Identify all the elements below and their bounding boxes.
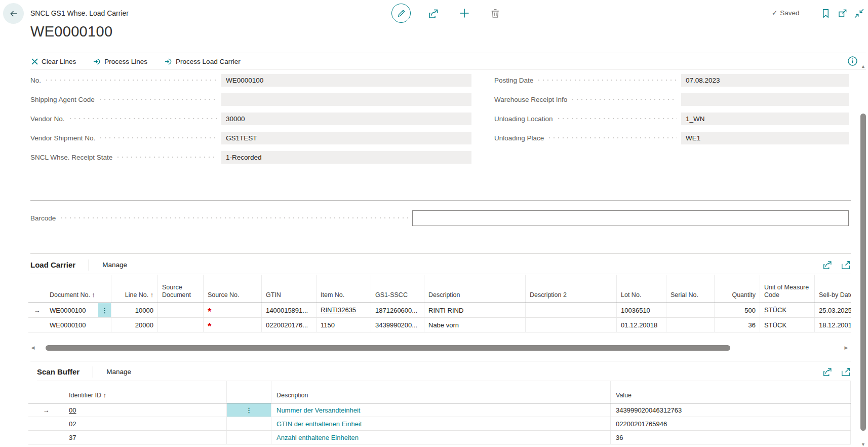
cell-source-document[interactable] — [158, 318, 204, 332]
horizontal-scroll-thumb[interactable] — [46, 345, 730, 351]
open-in-new-window-button[interactable] — [837, 8, 847, 18]
scroll-down-arrow[interactable]: ▼ — [859, 442, 867, 447]
cell-quantity[interactable]: 500 — [715, 303, 760, 317]
vertical-scrollbar[interactable]: ▲ ▼ — [859, 64, 867, 447]
column-header-serial-no[interactable]: Serial No. — [666, 275, 715, 303]
cell-item-no[interactable]: RINTI32635 — [317, 303, 371, 317]
scan-buffer-manage-menu[interactable]: Manage — [106, 368, 131, 376]
column-header-description[interactable]: Description — [424, 275, 526, 303]
cell-sell-by-date[interactable]: 18.12.2001 — [815, 318, 851, 332]
scroll-right-arrow[interactable]: ▶ — [843, 344, 850, 352]
cell-uom[interactable]: STÜCK — [760, 318, 815, 332]
cell-document-no[interactable]: WE0000100 — [46, 303, 98, 317]
column-header-lot-no[interactable]: Lot No. — [617, 275, 666, 303]
cell-identifier-id[interactable]: 02 — [64, 417, 227, 430]
bookmark-button[interactable] — [820, 8, 831, 18]
process-lines-button[interactable]: Process Lines — [93, 58, 147, 65]
cell-line-no[interactable]: 20000 — [111, 318, 158, 332]
column-header-source-no[interactable]: Source No. — [204, 275, 262, 303]
cell-gs1-sscc[interactable]: 1871260600... — [371, 303, 424, 317]
delete-button[interactable] — [490, 8, 501, 19]
row-options-dots[interactable] — [98, 318, 111, 332]
back-button[interactable] — [3, 3, 24, 24]
horizontal-scroll-track[interactable] — [36, 345, 843, 351]
item-no-drilldown[interactable]: RINTI32635 — [321, 306, 356, 314]
required-asterisk-icon[interactable]: * — [208, 321, 211, 329]
cell-serial-no[interactable] — [666, 303, 715, 317]
cell-value[interactable]: 02200201765946 — [611, 417, 851, 430]
cell-description[interactable]: RINTI RIND — [424, 303, 526, 317]
new-button[interactable] — [459, 8, 470, 19]
column-header-item-no[interactable]: Item No. — [317, 275, 371, 303]
cell-lot-no[interactable]: 01.12.20018 — [617, 318, 666, 332]
cell-uom[interactable]: STÜCK — [760, 303, 815, 317]
column-header-description[interactable]: Description — [271, 381, 611, 403]
field-shipping-agent-code-input[interactable] — [221, 93, 471, 106]
cell-description-2[interactable] — [526, 303, 617, 317]
field-vendor-no-input[interactable]: 30000 — [221, 113, 471, 125]
cell-description-2[interactable] — [526, 318, 617, 332]
cell-description[interactable]: GTIN der enthaltenen Einheit — [271, 417, 611, 430]
process-load-carrier-button[interactable]: Process Load Carrier — [165, 58, 241, 65]
column-header-source-document[interactable]: Source Document — [158, 275, 204, 303]
cell-line-no[interactable]: 10000 — [111, 303, 158, 317]
column-header-description-2[interactable]: Description 2 — [526, 275, 617, 303]
load-carrier-share-button[interactable] — [822, 260, 833, 270]
field-posting-date-input[interactable]: 07.08.2023 — [681, 74, 849, 87]
scroll-up-arrow[interactable]: ▲ — [859, 64, 867, 69]
column-header-gtin[interactable]: GTIN — [262, 275, 317, 303]
column-header-value[interactable]: Value — [611, 381, 851, 403]
clear-lines-button[interactable]: Clear Lines — [31, 58, 76, 65]
vertical-scroll-thumb[interactable] — [860, 114, 866, 431]
scroll-left-arrow[interactable]: ◀ — [29, 344, 36, 352]
cell-gtin[interactable]: 1400015891... — [262, 303, 317, 317]
field-vendor-shipment-no-input[interactable]: GS1TEST — [221, 132, 471, 144]
cell-value[interactable]: 36 — [611, 431, 851, 444]
column-header-sell-by-date[interactable]: Sell-by Date — [815, 275, 851, 303]
cell-identifier-id[interactable]: 00 — [64, 403, 227, 417]
required-asterisk-icon[interactable]: * — [208, 306, 211, 314]
cell-gs1-sscc[interactable]: 3439990200... — [371, 318, 424, 332]
column-header-document-no[interactable]: Document No. ↑ — [46, 275, 98, 303]
barcode-input[interactable] — [412, 210, 849, 226]
field-receipt-state-input[interactable]: 1-Recorded — [221, 151, 471, 164]
collapse-button[interactable] — [854, 8, 864, 18]
identifier-drilldown[interactable]: 00 — [69, 406, 76, 414]
cell-lot-no[interactable]: 10036510 — [617, 303, 666, 317]
cell-serial-no[interactable] — [666, 318, 715, 332]
info-button[interactable] — [847, 55, 858, 66]
scan-buffer-share-button[interactable] — [822, 367, 833, 377]
share-button[interactable] — [428, 8, 439, 19]
cell-quantity[interactable]: 36 — [715, 318, 760, 332]
cell-document-no[interactable]: WE0000100 — [46, 318, 98, 332]
column-header-identifier-id[interactable]: Identifier ID ↑ — [64, 381, 227, 403]
cell-gtin[interactable]: 0220020176... — [262, 318, 317, 332]
cell-item-no[interactable]: 1150 — [317, 318, 371, 332]
field-unloading-place-input[interactable]: WE1 — [681, 132, 849, 144]
load-carrier-title[interactable]: Load Carrier — [30, 260, 75, 269]
field-no-input[interactable]: WE0000100 — [221, 74, 471, 87]
field-warehouse-receipt-info-input[interactable] — [681, 93, 849, 106]
scan-buffer-expand-button[interactable] — [841, 367, 851, 377]
cell-sell-by-date[interactable]: 25.03.2025 — [815, 303, 851, 317]
cell-value[interactable]: 343999020046312763 — [611, 403, 851, 417]
row-options-dots[interactable] — [227, 417, 271, 430]
row-options-dots[interactable]: ⋮ — [98, 303, 111, 317]
row-options-dots[interactable]: ⋮ — [227, 403, 271, 417]
column-header-line-no[interactable]: Line No. ↑ — [111, 275, 158, 303]
cell-description[interactable]: Nabe vorn — [424, 318, 526, 332]
column-header-quantity[interactable]: Quantity — [715, 275, 760, 303]
cell-source-document[interactable] — [158, 303, 204, 317]
field-unloading-location-input[interactable]: 1_WN — [681, 113, 849, 125]
cell-description[interactable]: Nummer der Versandteinheit — [271, 403, 611, 417]
edit-button[interactable] — [391, 4, 411, 23]
scan-buffer-title[interactable]: Scan Buffer — [37, 367, 80, 376]
uom-drilldown[interactable]: STÜCK — [764, 306, 786, 314]
cell-description[interactable]: Anzahl enthaltene Einheiten — [271, 431, 611, 444]
row-options-dots[interactable] — [227, 431, 271, 444]
column-header-uom[interactable]: Unit of Measure Code — [760, 275, 815, 303]
load-carrier-expand-button[interactable] — [841, 260, 851, 270]
column-header-gs1-sscc[interactable]: GS1-SSCC — [371, 275, 424, 303]
cell-identifier-id[interactable]: 37 — [64, 431, 227, 444]
load-carrier-manage-menu[interactable]: Manage — [102, 261, 127, 269]
